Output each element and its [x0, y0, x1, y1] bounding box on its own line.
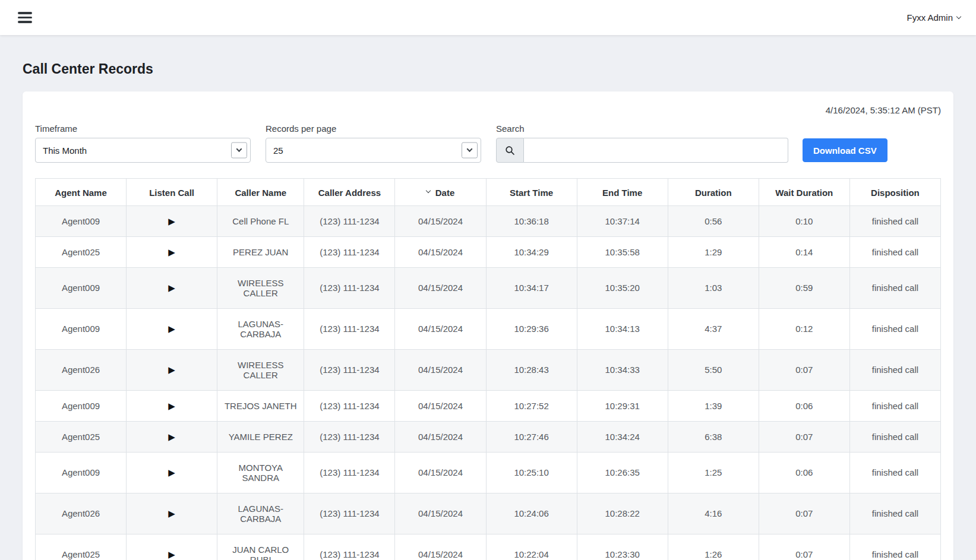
column-header-label: Duration: [695, 188, 732, 198]
cell-end-time: 10:34:24: [577, 421, 668, 452]
download-csv-button[interactable]: Download CSV: [803, 138, 887, 162]
cell-end-time: 10:35:20: [577, 267, 668, 308]
column-header-wait-duration[interactable]: Wait Duration: [759, 179, 849, 206]
column-header-end-time[interactable]: End Time: [577, 179, 668, 206]
cell-wait-duration: 0:06: [759, 390, 849, 421]
cell-duration: 1:29: [668, 236, 759, 267]
column-header-start-time[interactable]: Start Time: [486, 179, 577, 206]
cell-duration: 0:56: [668, 205, 759, 236]
menu-button[interactable]: [15, 10, 34, 26]
search-button[interactable]: [496, 138, 524, 163]
table-row: Agent026▶LAGUNAS-CARBAJA(123) 111-123404…: [36, 493, 941, 534]
user-menu-label: Fyxx Admin: [906, 12, 953, 23]
cell-date: 04/15/2024: [395, 205, 486, 236]
timeframe-select[interactable]: This Month: [35, 138, 251, 163]
column-header-label: Agent Name: [55, 188, 107, 198]
table-row: Agent025▶YAMILE PEREZ(123) 111-123404/15…: [36, 421, 941, 452]
cell-end-time: 10:34:13: [577, 308, 668, 349]
column-header-date[interactable]: Date: [395, 179, 486, 206]
top-navbar: Fyxx Admin: [0, 0, 976, 35]
user-menu-button[interactable]: Fyxx Admin: [906, 12, 961, 23]
cell-caller-name: PEREZ JUAN: [217, 236, 304, 267]
play-call-button[interactable]: ▶: [168, 550, 175, 559]
play-call-button[interactable]: ▶: [168, 433, 175, 442]
current-timestamp: 4/16/2024, 5:35:12 AM (PST): [35, 104, 941, 115]
cell-duration: 5:50: [668, 349, 759, 390]
listen-call-cell: ▶: [127, 421, 217, 452]
search-input[interactable]: [524, 138, 788, 163]
play-call-button[interactable]: ▶: [168, 248, 175, 257]
records-per-page-select[interactable]: 25: [266, 138, 481, 163]
column-header-label: Caller Name: [235, 188, 286, 198]
play-call-button[interactable]: ▶: [168, 284, 175, 293]
table-row: Agent026▶WIRELESS CALLER(123) 111-123404…: [36, 349, 941, 390]
play-call-button[interactable]: ▶: [168, 217, 175, 226]
column-header-duration[interactable]: Duration: [668, 179, 759, 206]
listen-call-cell: ▶: [127, 390, 217, 421]
cell-date: 04/15/2024: [395, 452, 486, 493]
cell-wait-duration: 0:12: [759, 308, 849, 349]
cell-caller-name: MONTOYA SANDRA: [217, 452, 304, 493]
table-row: Agent009▶WIRELESS CALLER(123) 111-123404…: [36, 267, 941, 308]
page-title: Call Center Records: [23, 61, 953, 77]
cell-agent-name: Agent025: [36, 236, 127, 267]
cell-disposition: finished call: [849, 421, 940, 452]
cell-caller-address: (123) 111-1234: [304, 421, 395, 452]
records-table-body: Agent009▶Cell Phone FL(123) 111-123404/1…: [36, 205, 941, 560]
cell-duration: 1:39: [668, 390, 759, 421]
cell-disposition: finished call: [849, 205, 940, 236]
cell-agent-name: Agent025: [36, 534, 127, 560]
cell-date: 04/15/2024: [395, 308, 486, 349]
play-call-button[interactable]: ▶: [168, 402, 175, 411]
hamburger-icon: [18, 12, 32, 23]
cell-date: 04/15/2024: [395, 236, 486, 267]
cell-caller-address: (123) 111-1234: [304, 236, 395, 267]
cell-end-time: 10:37:14: [577, 205, 668, 236]
search-icon: [505, 145, 515, 156]
cell-caller-name: LAGUNAS-CARBAJA: [217, 308, 304, 349]
column-header-label: Caller Address: [318, 188, 381, 198]
play-call-button[interactable]: ▶: [168, 510, 175, 518]
cell-start-time: 10:27:46: [486, 421, 577, 452]
records-table: Agent NameListen CallCaller NameCaller A…: [35, 178, 941, 560]
column-header-caller-name[interactable]: Caller Name: [217, 179, 304, 206]
cell-caller-address: (123) 111-1234: [304, 493, 395, 534]
cell-wait-duration: 0:59: [759, 267, 849, 308]
cell-duration: 1:26: [668, 534, 759, 560]
cell-agent-name: Agent009: [36, 308, 127, 349]
table-row: Agent009▶Cell Phone FL(123) 111-123404/1…: [36, 205, 941, 236]
column-header-caller-address[interactable]: Caller Address: [304, 179, 395, 206]
cell-end-time: 10:26:35: [577, 452, 668, 493]
play-call-button[interactable]: ▶: [168, 325, 175, 334]
table-row: Agent025▶JUAN CARLO RUBI(123) 111-123404…: [36, 534, 941, 560]
chevron-down-icon: [956, 14, 961, 18]
table-controls: Timeframe This Month Records per page 25: [35, 124, 941, 163]
cell-wait-duration: 0:10: [759, 205, 849, 236]
search-field: Search: [496, 124, 788, 163]
cell-agent-name: Agent025: [36, 421, 127, 452]
cell-disposition: finished call: [849, 267, 940, 308]
play-call-button[interactable]: ▶: [168, 366, 175, 375]
cell-agent-name: Agent026: [36, 493, 127, 534]
cell-caller-name: YAMILE PEREZ: [217, 421, 304, 452]
column-header-disposition[interactable]: Disposition: [849, 179, 940, 206]
records-per-page-label: Records per page: [266, 124, 481, 134]
cell-caller-name: LAGUNAS-CARBAJA: [217, 493, 304, 534]
cell-caller-name: Cell Phone FL: [217, 205, 304, 236]
cell-caller-address: (123) 111-1234: [304, 349, 395, 390]
play-call-button[interactable]: ▶: [168, 469, 175, 477]
column-header-label: End Time: [602, 188, 642, 198]
cell-caller-address: (123) 111-1234: [304, 267, 395, 308]
cell-caller-address: (123) 111-1234: [304, 534, 395, 560]
timeframe-field: Timeframe This Month: [35, 124, 251, 163]
cell-duration: 1:25: [668, 452, 759, 493]
sort-descending-icon: [425, 188, 430, 193]
column-header-agent-name[interactable]: Agent Name: [36, 179, 127, 206]
column-header-label: Disposition: [871, 188, 920, 198]
cell-disposition: finished call: [849, 493, 940, 534]
column-header-label: Listen Call: [149, 188, 194, 198]
cell-start-time: 10:28:43: [486, 349, 577, 390]
column-header-listen-call[interactable]: Listen Call: [127, 179, 217, 206]
column-header-label: Wait Duration: [775, 188, 833, 198]
cell-agent-name: Agent009: [36, 390, 127, 421]
